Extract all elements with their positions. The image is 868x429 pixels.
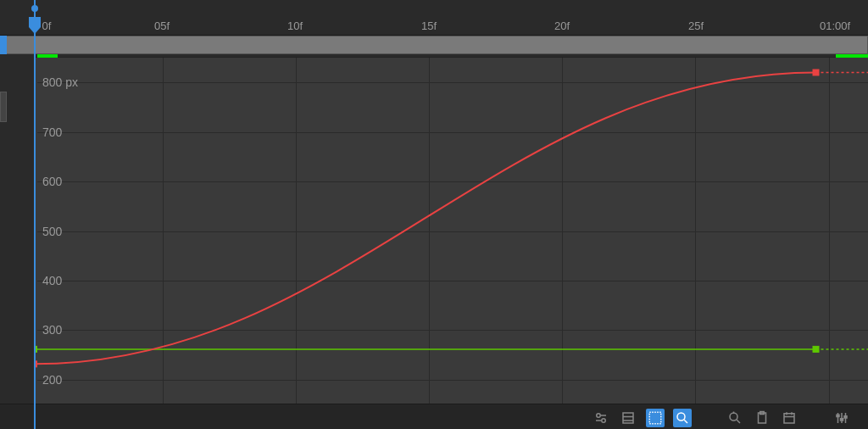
svg-rect-22 xyxy=(837,415,839,416)
svg-rect-15 xyxy=(784,414,794,423)
ruler-label: 01:00f xyxy=(820,20,850,32)
y-axis-label: 500 xyxy=(42,225,62,238)
left-panel-collapse-handle[interactable] xyxy=(0,92,7,122)
svg-point-8 xyxy=(677,413,685,421)
y-axis-label: 800 px xyxy=(42,75,78,89)
cache-indicator-start xyxy=(37,54,58,58)
red-keyframe-end xyxy=(813,70,819,75)
svg-rect-7 xyxy=(649,412,661,424)
ruler-label: 15f xyxy=(421,20,437,32)
svg-rect-24 xyxy=(844,416,847,418)
y-axis-label: 200 xyxy=(42,373,62,387)
graph-editor-area[interactable]: 800 px700600500400300200 xyxy=(34,57,868,404)
timeline-ruler-area: 0f 05f 10f 15f 20f 25f 01:00f xyxy=(0,0,868,57)
svg-point-2 xyxy=(602,419,606,423)
settings-icon[interactable] xyxy=(832,409,851,427)
timeline-ruler-ticks[interactable] xyxy=(0,7,868,17)
cache-indicator-end xyxy=(836,54,868,58)
work-area-bar[interactable] xyxy=(0,36,868,54)
ruler-label: 25f xyxy=(688,20,704,32)
red-curve xyxy=(34,72,816,364)
svg-line-12 xyxy=(737,420,740,423)
toggle-switches-icon[interactable] xyxy=(592,409,610,427)
search-icon[interactable] xyxy=(673,409,692,427)
list-icon[interactable] xyxy=(619,409,637,427)
ruler-label: 10f xyxy=(287,20,303,32)
y-axis-label: 400 xyxy=(42,274,62,287)
work-area-range[interactable] xyxy=(35,36,867,53)
svg-point-10 xyxy=(730,413,737,421)
snap-icon[interactable] xyxy=(726,409,744,427)
playhead-dot-icon[interactable] xyxy=(31,5,38,12)
green-keyframe-end xyxy=(813,346,819,352)
work-area-start-handle[interactable] xyxy=(0,36,7,54)
clipboard-icon[interactable] xyxy=(753,409,771,427)
svg-line-9 xyxy=(684,420,687,423)
ruler-label: 20f xyxy=(554,20,570,32)
ruler-label: 05f xyxy=(154,20,170,32)
toolbar-icons-group xyxy=(592,409,851,427)
y-axis-label: 300 xyxy=(42,323,62,337)
playhead[interactable] xyxy=(34,0,36,429)
y-axis-label: 600 xyxy=(42,175,62,188)
svg-point-0 xyxy=(597,414,601,418)
timeline-ruler[interactable]: 0f 05f 10f 15f 20f 25f 01:00f xyxy=(0,17,868,36)
svg-rect-23 xyxy=(841,419,843,421)
graph-svg xyxy=(34,58,868,404)
bottom-toolbar xyxy=(0,404,868,429)
graph-editor-icon[interactable] xyxy=(646,409,665,427)
y-axis-label: 700 xyxy=(42,125,62,139)
ruler-label: 0f xyxy=(42,20,52,32)
svg-rect-4 xyxy=(623,413,633,423)
calendar-icon[interactable] xyxy=(780,409,798,427)
